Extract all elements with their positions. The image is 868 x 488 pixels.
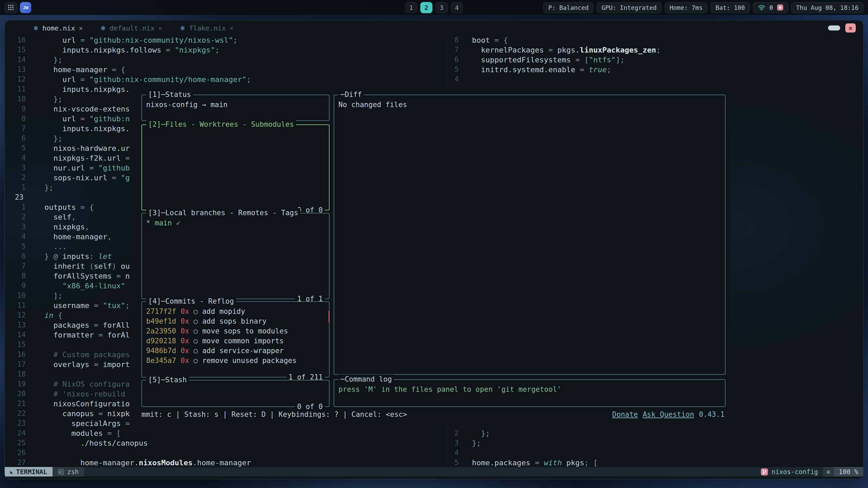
workspace-button-3[interactable]: 3 [436,2,448,13]
commit-graph-icon: ○ [194,307,198,316]
commit-row[interactable]: 9486b7d0x○add service-wrapper [146,346,325,356]
code-token: modules [44,429,107,438]
branch-row[interactable]: * main ✓ [146,218,325,228]
statusline-spacer [84,467,756,476]
code-line: 13 home-manager = { [15,65,446,75]
code-token: self [44,213,71,221]
lazygit-commits-panel[interactable]: [4]─Commits - Reflog 2717f2f0x○add mopid… [141,301,330,378]
line-number: 24 [15,428,26,438]
command-log-title: ─Command log [338,374,394,384]
commit-row[interactable]: 8e345a70x○remove unused packages [146,356,325,366]
commit-hash: d920218 [146,337,176,345]
code-token: self [94,262,112,270]
workspace-button-2[interactable]: 2 [420,2,433,13]
commit-row[interactable]: b49ef1d0x○add sops binary [146,317,325,326]
code-text: ]; [44,291,62,301]
code-text: nixpkgs, [44,222,89,232]
commit-row[interactable]: d9202180x○move common imports [146,336,325,346]
workspace-button-1[interactable]: 1 [405,2,417,13]
code-token [44,282,62,290]
nix-snowflake-icon: ❄ [180,24,185,32]
code-line: 8boot = { [449,35,856,45]
tab-default.nix[interactable]: ❄default.nix× [92,20,171,36]
code-token: , [71,213,76,221]
code-line: 14 }; [15,55,446,65]
tab-close-icon[interactable]: × [158,24,162,32]
code-text: home-manager, [44,232,112,242]
code-text: # Custom packages [44,350,130,360]
line-number: 12 [15,75,26,84]
tab-label: home.nix [42,24,75,32]
code-token: specialArgs [44,419,125,428]
code-token: initrd.systemd.enable [472,65,580,74]
topbar-segment-0: P: Balanced [543,2,594,13]
commit-hash: 2a23950 [146,327,176,335]
tab-flake.nix[interactable]: ❄flake.nix× [171,20,242,36]
color-picker-icon [777,4,783,11]
lazygit-diff-panel[interactable]: ─Diff No changed files [334,95,726,375]
commit-list: 2717f2f0x○add mopidyb49ef1d0x○add sops b… [146,307,325,366]
line-number: 4 [15,232,26,242]
line-number: 27 [15,458,26,468]
keybar-hints: mmit: c | Stash: s | Reset: D | Keybindi… [141,410,407,420]
code-token: ; [656,46,660,54]
code-text: "x86_64-linux" [44,281,125,291]
diff-content: No changed files [338,100,721,110]
code-token: = [94,321,103,329]
code-line: 7 kernelPackages = pkgs.linuxPackages_ze… [449,45,856,55]
commit-row[interactable]: 2717f2f0x○add mopidy [146,307,325,317]
code-token: = [ [107,429,121,438]
code-token: }; [44,183,54,192]
editor-right-pane[interactable]: 8boot = {7 kernelPackages = pkgs.linuxPa… [449,35,856,84]
mode-label: TERMINAL [16,468,47,475]
lazygit-files-panel[interactable]: [2]─Files - Worktrees - Submodules 0 of … [141,124,330,210]
line-number: 5 [449,65,459,75]
tab-close-icon[interactable]: × [230,24,234,32]
ask-question-link[interactable]: Ask Question [643,410,694,420]
lazygit-command-log-panel[interactable]: ─Command log press 'M' in the files pane… [334,379,726,407]
lazygit-stash-panel[interactable]: [5]─Stash 0 of 0 [141,380,330,407]
code-token: outputs [44,203,80,211]
system-tray[interactable]: 0 [753,2,788,13]
lazygit-float: [1]─Status nixos-config → main [2]─Files… [131,89,730,420]
clock: Thu Aug 08, 18:16 [791,2,864,13]
line-number: 25 [15,438,26,448]
commit-author: 0x [181,327,189,335]
blue-app-icon[interactable]: JW [20,2,31,13]
window-controls: × [828,23,856,33]
lazygit-branches-panel[interactable]: [3]─Local branches - Remotes - Tags * ma… [141,213,330,299]
statusline: ◣ TERMINAL ›_ zsh nixos-config ≡ 100 % [5,467,863,476]
line-number: 2 [449,428,459,438]
window-close-button[interactable]: × [845,23,856,33]
code-token: = { [112,65,125,74]
line-number: 15 [15,45,26,55]
window-pill-button[interactable] [828,25,840,30]
donate-link[interactable]: Donate [612,410,638,420]
line-number: 14 [15,330,26,340]
nix-snowflake-icon: ❄ [100,24,106,32]
lazygit-status-panel[interactable]: [1]─Status nixos-config → main [141,95,330,121]
app-launcher-button[interactable] [4,2,17,13]
code-token: linuxPackages_zen [580,46,656,54]
commits-scrollbar[interactable] [329,311,330,322]
tab-close-icon[interactable]: × [79,24,83,32]
code-text: overlays = import [44,360,130,369]
line-number: 26 [15,448,26,458]
code-line: 16 url = "github:nix-community/nixos-wsl… [15,35,446,45]
lazygit-keybar: mmit: c | Stash: s | Reset: D | Keybindi… [141,410,725,420]
workspace-button-4[interactable]: 4 [451,2,463,13]
code-text: ./hosts/canopus [44,438,148,448]
line-number: 5 [15,143,26,153]
lines-icon: ≡ [823,467,834,476]
code-text: inputs.nixpkgs. [44,84,130,94]
code-token: with [544,459,562,467]
editor-right-pane-bottom[interactable]: 2 };3};45home.packages = with pkgs; [ [449,428,856,468]
code-token: ou [121,262,130,270]
code-text: nixpkgs-f2k.url = [44,153,130,163]
commit-row[interactable]: 2a239500x○move sops to modules [146,326,325,336]
code-line: 25 ./hosts/canopus [15,438,446,448]
line-number: 19 [15,379,26,389]
line-number: 10 [15,94,26,104]
tab-home.nix[interactable]: ❄home.nix× [24,20,92,36]
line-number: 3 [449,438,459,448]
